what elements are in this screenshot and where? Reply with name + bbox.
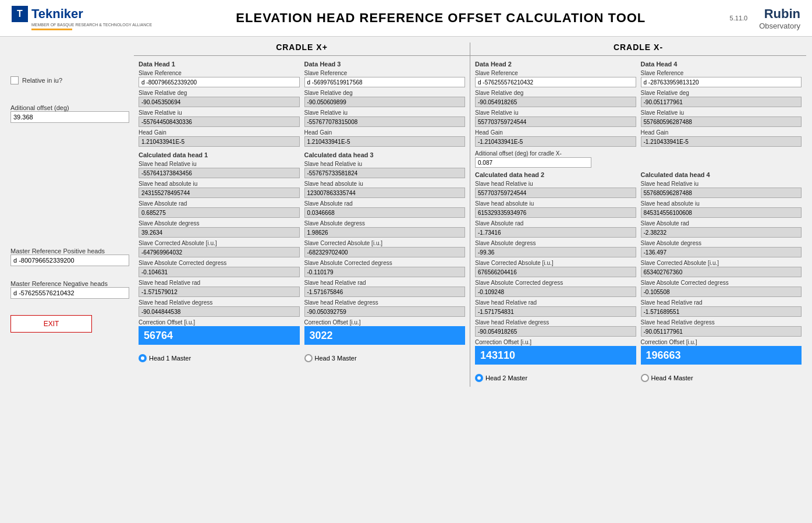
exit-button[interactable]: EXIT: [10, 315, 92, 333]
calc1-slave-corr-abs[interactable]: [139, 247, 300, 257]
head3-master-radio[interactable]: [304, 354, 313, 362]
calc3-data: Calculated data head 3 Slave head Relati…: [304, 151, 466, 345]
calc2-slave-head-rel-iu[interactable]: [475, 188, 636, 198]
head4-master-label: Head 4 Master: [651, 374, 693, 381]
head1-slave-ref-label: Slave Reference: [139, 70, 300, 76]
calc1-slave-abs-rad[interactable]: [139, 207, 300, 218]
head2-slave-ref-input[interactable]: [475, 77, 636, 87]
calc4-slave-head-rel-iu[interactable]: [641, 188, 802, 198]
calc1-slave-head-rel-iu[interactable]: [139, 168, 300, 178]
head4-title: Data Head 4: [641, 61, 802, 68]
calc3-slave-corr-abs[interactable]: [304, 247, 466, 257]
observatory-name: Observatory: [759, 22, 800, 30]
header-right: 5.11.0 Rubin Observatory: [730, 6, 800, 30]
radio-xm: Head 2 Master Head 4 Master: [475, 369, 802, 382]
head2-slave-rel-iu-input[interactable]: [475, 116, 636, 127]
head3-slave-rel-iu-input[interactable]: [304, 116, 466, 127]
head3-slave-ref-label: Slave Reference: [304, 70, 466, 76]
master-ref-pos-label: Master Reference Positive heads: [10, 248, 129, 255]
head1-slave-rel-deg-input[interactable]: [139, 97, 300, 107]
calc3-slave-abs-deg[interactable]: [304, 227, 466, 238]
calc3-slave-head-abs-iu[interactable]: [304, 188, 466, 198]
tekniker-subtitle: MEMBER OF BASQUE RESEARCH & TECHNOLOGY A…: [31, 22, 152, 27]
calc2-slave-abs-corr-deg[interactable]: [475, 287, 636, 297]
head1-head-gain-label: Head Gain: [139, 129, 300, 136]
cradle-titles: CRADLE X+ CRADLE X-: [134, 43, 806, 55]
calc1-slave-abs-corr-deg[interactable]: [139, 267, 300, 277]
calc1-title: Calculated data head 1: [139, 151, 300, 158]
master-ref-neg-section: Master Reference Negative heads: [10, 277, 129, 299]
head2-slave-rel-deg-label: Slave Relative deg: [475, 90, 636, 96]
head4-master-radio-row: Head 4 Master: [641, 374, 693, 382]
head1-slave-rel-iu-input[interactable]: [139, 116, 300, 127]
head2-master-radio-row: Head 2 Master: [475, 374, 527, 382]
head1-head-gain-input[interactable]: [139, 136, 300, 147]
relative-checkbox[interactable]: [10, 76, 19, 84]
exit-label: EXIT: [44, 320, 59, 328]
head2-title: Data Head 2: [475, 61, 636, 68]
cradles-area: CRADLE X+ CRADLE X- Data Head 1 Slave Re…: [134, 43, 806, 387]
header: T Tekniker MEMBER OF BASQUE RESEARCH & T…: [0, 0, 812, 37]
calc2-title: Calculated data head 2: [475, 171, 636, 178]
data-heads-xp: Data Head 1 Slave Reference Slave Relati…: [139, 61, 465, 147]
calc3-slave-abs-corr-deg[interactable]: [304, 267, 466, 277]
calc2-correction-offset: 143110: [475, 346, 636, 365]
master-ref-pos-input[interactable]: [10, 255, 129, 266]
head3-title: Data Head 3: [304, 61, 466, 68]
head2-head-gain-label: Head Gain: [475, 129, 636, 136]
calc2-slave-abs-rad[interactable]: [475, 227, 636, 238]
calc1-slave-head-rel-deg[interactable]: [139, 306, 300, 317]
head2-slave-rel-iu-label: Slave Relative iu: [475, 109, 636, 116]
calc3-slave-head-rel-iu[interactable]: [304, 168, 466, 178]
head1-slave-ref-input[interactable]: [139, 77, 300, 87]
calc4-slave-abs-rad[interactable]: [641, 227, 802, 238]
calc2-slave-head-rel-rad[interactable]: [475, 306, 636, 317]
calc4-slave-head-rel-rad[interactable]: [641, 306, 802, 317]
calc-heads-xm: Calculated data head 2 Slave head Relati…: [475, 171, 802, 365]
head3-head-gain-input[interactable]: [304, 136, 466, 147]
head1-data: Data Head 1 Slave Reference Slave Relati…: [139, 61, 300, 147]
head2-head-gain-input[interactable]: [475, 136, 636, 147]
master-ref-pos-section: Master Reference Positive heads: [10, 244, 129, 266]
head4-head-gain-input[interactable]: [641, 136, 802, 147]
master-ref-neg-input[interactable]: [10, 287, 129, 299]
head2-master-label: Head 2 Master: [485, 374, 527, 381]
head2-slave-rel-deg-input[interactable]: [475, 97, 636, 107]
head3-slave-ref-input[interactable]: [304, 77, 466, 87]
xm-additional-offset-input[interactable]: [475, 157, 591, 168]
head2-master-radio[interactable]: [475, 374, 483, 382]
head4-master-radio[interactable]: [641, 374, 649, 382]
page-title: ELEVATION HEAD REFERENCE OFFSET CALCULAT…: [152, 10, 730, 26]
head3-slave-rel-deg-input[interactable]: [304, 97, 466, 107]
additional-offset-section: Aditional offset (deg): [10, 101, 129, 123]
head1-slave-rel-iu-label: Slave Relative iu: [139, 109, 300, 116]
calc4-slave-abs-corr-deg[interactable]: [641, 287, 802, 297]
calc1-data: Calculated data head 1 Slave head Relati…: [139, 151, 300, 345]
head4-slave-rel-iu-input[interactable]: [641, 116, 802, 127]
calc1-slave-abs-deg[interactable]: [139, 227, 300, 238]
calc3-slave-head-rel-rad[interactable]: [304, 287, 466, 297]
calc-heads-xp: Calculated data head 1 Slave head Relati…: [139, 151, 465, 345]
head3-master-label: Head 3 Master: [315, 355, 357, 362]
calc4-slave-abs-deg[interactable]: [641, 247, 802, 257]
calc2-slave-head-abs-iu[interactable]: [475, 207, 636, 218]
calc4-data: Calculated data head 4 Slave head Relati…: [641, 171, 802, 365]
calc3-slave-head-rel-deg[interactable]: [304, 306, 466, 317]
calc4-title: Calculated data head 4: [641, 171, 802, 178]
relative-checkbox-row: Relative in iu?: [10, 76, 129, 84]
head4-slave-rel-deg-input[interactable]: [641, 97, 802, 107]
calc2-slave-head-rel-deg[interactable]: [475, 326, 636, 337]
calc2-slave-corr-abs[interactable]: [475, 267, 636, 277]
calc1-slave-head-abs-iu[interactable]: [139, 188, 300, 198]
calc4-slave-corr-abs[interactable]: [641, 267, 802, 277]
calc4-slave-head-abs-iu[interactable]: [641, 207, 802, 218]
head4-slave-ref-label: Slave Reference: [641, 70, 802, 76]
additional-offset-input[interactable]: [10, 111, 129, 123]
calc3-slave-abs-rad[interactable]: [304, 207, 466, 218]
calc2-slave-abs-deg[interactable]: [475, 247, 636, 257]
head1-slave-rel-deg-label: Slave Relative deg: [139, 90, 300, 96]
head4-slave-ref-input[interactable]: [641, 77, 802, 87]
calc4-slave-head-rel-deg[interactable]: [641, 326, 802, 337]
head1-master-radio[interactable]: [139, 354, 147, 362]
calc1-slave-head-rel-rad[interactable]: [139, 287, 300, 297]
